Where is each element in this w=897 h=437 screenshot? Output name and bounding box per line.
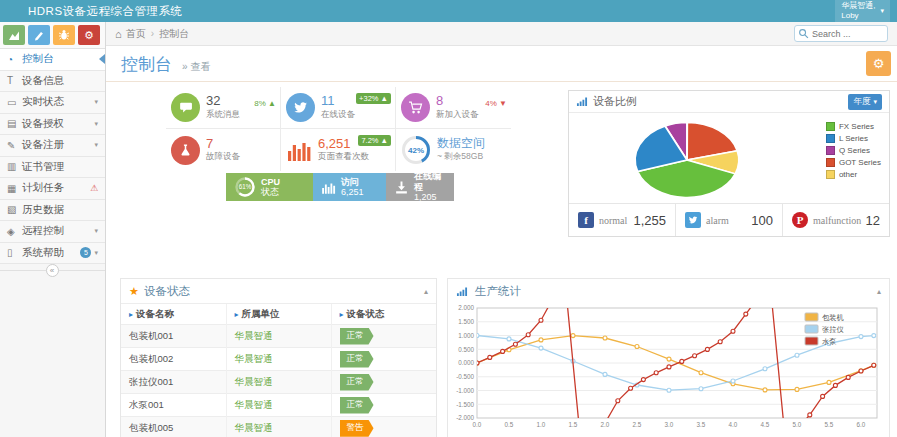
strip-line1: 在线编程	[414, 171, 446, 192]
chevron-down-icon: ▾	[94, 227, 98, 235]
edit-icon: ✎	[7, 140, 22, 151]
table-row-4: 包装机005华晨智通警告	[121, 417, 436, 437]
col-header-1[interactable]: ▸所属单位	[226, 304, 331, 325]
sidebar-item-3[interactable]: ▤设备授权▾	[0, 114, 105, 136]
chevron-down-icon: ▾	[880, 7, 884, 16]
sidebar-item-9[interactable]: ▯系统帮助5▾	[0, 243, 105, 265]
area-chart-shortcut-button[interactable]	[3, 25, 25, 45]
device-name: 张拉仪001	[121, 371, 226, 394]
home-icon[interactable]: ⌂	[115, 28, 122, 40]
svg-text:0.500: 0.500	[458, 346, 474, 353]
status-badge: 正常	[340, 374, 374, 391]
stat-tiles: 32系统消息8% ▲11在线设备+32% ▲8新加入设备4% ▼7故障设备6,2…	[166, 87, 511, 171]
sidebar-item-label: 计划任务	[22, 181, 64, 195]
production-stats-header: 生产统计 ▴	[448, 279, 889, 303]
sidebar-item-5[interactable]: ▥证书管理	[0, 157, 105, 179]
stat-delta: 4% ▼	[485, 99, 507, 108]
sidebar-item-7[interactable]: ▧历史数据	[0, 200, 105, 222]
status-badge: 正常	[340, 328, 374, 345]
legend-swatch	[826, 146, 835, 155]
pie-legend-item-4: other	[826, 170, 881, 179]
sidebar-item-8[interactable]: ◈远程控制▾	[0, 221, 105, 243]
device-status-cell: 正常	[331, 348, 436, 371]
stat-label: 数据空间	[437, 137, 485, 150]
sidebar-collapse-button[interactable]: «	[46, 264, 59, 277]
strip-text: 在线编程1,205	[414, 171, 446, 202]
col-header-0[interactable]: ▸设备名称	[121, 304, 226, 325]
bar-chart-icon	[456, 286, 468, 297]
svg-text:42%: 42%	[408, 146, 424, 155]
col-header-label: 所属单位	[242, 308, 280, 319]
svg-text:1.500: 1.500	[458, 318, 474, 325]
stat-delta: +32% ▲	[356, 94, 391, 103]
stat-value: 32	[206, 94, 240, 108]
gear-icon: ⚙	[873, 56, 885, 71]
device-ratio-header: 设备比例 年度▾	[569, 91, 889, 113]
svg-text:0.000: 0.000	[458, 359, 474, 366]
pencil-shortcut-button[interactable]	[28, 25, 50, 45]
dashboard-content: 32系统消息8% ▲11在线设备+32% ▲8新加入设备4% ▼7故障设备6,2…	[106, 82, 897, 437]
search	[794, 25, 888, 42]
strip-line1: CPU	[261, 177, 280, 187]
col-header-label: 设备状态	[347, 308, 385, 319]
sidebar-item-2[interactable]: ▭实时状态▾	[0, 92, 105, 114]
delta-text: 8%	[254, 99, 268, 108]
stat-label: 故障设备	[206, 151, 240, 163]
device-org: 华晨智通	[226, 417, 331, 437]
facebook-icon: f	[578, 212, 594, 228]
stat-delta: 8% ▲	[254, 99, 276, 108]
pie-chart-area: FX SeriesL SeriesQ SeriesGOT Seriesother	[569, 113, 889, 203]
col-header-2[interactable]: ▸设备状态	[331, 304, 436, 325]
stat-label: 新加入设备	[436, 109, 479, 121]
stat-tile-3: 7故障设备	[166, 129, 281, 171]
sidebar-item-0[interactable]: ◔控制台	[0, 49, 105, 71]
device-org: 华晨智通	[226, 348, 331, 371]
device-name: 包装机002	[121, 348, 226, 371]
chevron-down-icon: ▾	[94, 141, 98, 149]
legend-swatch	[826, 134, 835, 143]
svg-text:4.0: 4.0	[729, 421, 738, 428]
sidebar-item-label: 历史数据	[22, 203, 64, 217]
text-icon: T	[7, 75, 22, 86]
bug-shortcut-button[interactable]	[53, 25, 75, 45]
disk-usage-ring: 42%	[401, 135, 431, 165]
sidebar-item-6[interactable]: ▦计划任务⚠	[0, 178, 105, 200]
period-dropdown-button[interactable]: 年度▾	[848, 94, 882, 110]
stat-tile-body: 8新加入设备	[436, 94, 479, 121]
chart-legend-label: 水泵	[822, 337, 836, 346]
bug-icon	[58, 29, 70, 41]
sidebar-item-label: 设备信息	[22, 74, 64, 88]
svg-text:5.0: 5.0	[793, 421, 802, 428]
cart-icon	[401, 93, 430, 122]
stat-tile-2: 8新加入设备4% ▼	[396, 87, 511, 129]
svg-text:2.5: 2.5	[633, 421, 642, 428]
sidebar-item-4[interactable]: ✎设备注册▾	[0, 135, 105, 157]
collapse-chevron-icon[interactable]: ▴	[424, 287, 428, 296]
user-menu[interactable]: 华晨智通, Loby ▾	[835, 0, 890, 22]
legend-swatch	[826, 122, 835, 131]
stat-tile-body: 7故障设备	[206, 137, 240, 164]
svg-text:-1.500: -1.500	[456, 401, 474, 408]
svg-text:5.5: 5.5	[825, 421, 834, 428]
calendar-icon: ▦	[7, 183, 22, 194]
production-stats-panel: 生产统计 ▴ 2.0001.5001.0000.5000.000-0.500-1…	[447, 278, 890, 437]
svg-text:2.0: 2.0	[601, 421, 610, 428]
settings-shortcut-button[interactable]: ⚙	[78, 25, 100, 45]
breadcrumb-home[interactable]: 首页	[126, 27, 146, 41]
pie-legend-item-0: FX Series	[826, 122, 881, 131]
collapse-chevron-icon[interactable]: ▴	[877, 287, 881, 296]
svg-text:3.0: 3.0	[665, 421, 674, 428]
warning-triangle-icon: ⚠	[90, 183, 98, 193]
stat-note: ~ 剩余58GB	[437, 151, 485, 163]
device-name: 水泵001	[121, 394, 226, 417]
bars-icon	[286, 137, 312, 163]
settings-gear-button[interactable]: ⚙	[866, 51, 891, 76]
chart-legend-swatch	[805, 337, 818, 345]
device-status-panel: ★ 设备状态 ▴ ▸设备名称▸所属单位▸设备状态 包装机001华晨智通正常包装机…	[120, 278, 437, 437]
gauge-icon: ◔	[7, 54, 22, 65]
sidebar-item-label: 设备授权	[22, 117, 64, 131]
notification-badge: 5	[80, 247, 91, 258]
sidebar-item-1[interactable]: T设备信息	[0, 71, 105, 93]
cpu-ring: 61%	[234, 176, 256, 198]
device-status-table: ▸设备名称▸所属单位▸设备状态 包装机001华晨智通正常包装机002华晨智通正常…	[121, 303, 436, 437]
